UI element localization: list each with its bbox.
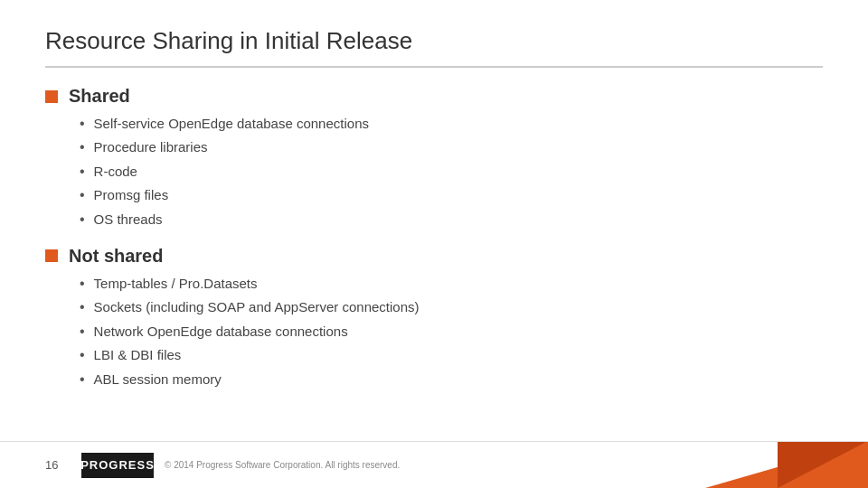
bullet-dot: • [80, 162, 85, 182]
list-item: • Self-service OpenEdge database connect… [80, 114, 823, 134]
bullet-dot: • [80, 185, 85, 205]
bullet-dot: • [80, 114, 85, 134]
item-text: Sockets (including SOAP and AppServer co… [94, 297, 420, 316]
list-item: • Network OpenEdge database connections [80, 322, 823, 342]
item-text: Network OpenEdge database connections [94, 322, 348, 341]
not-shared-bullet [45, 249, 58, 262]
copyright-text: © 2014 Progress Software Corporation. Al… [165, 460, 400, 470]
item-text: ABL session memory [94, 370, 222, 389]
item-text: LBI & DBI files [94, 345, 182, 364]
list-item: • Promsg files [80, 185, 823, 205]
footer: 16 PROGRESS © 2014 Progress Software Cor… [0, 441, 868, 488]
bullet-dot: • [80, 322, 85, 342]
item-text: Promsg files [94, 185, 169, 204]
bullet-dot: • [80, 297, 85, 317]
list-item: • Sockets (including SOAP and AppServer … [80, 297, 823, 317]
footer-logo: PROGRESS © 2014 Progress Software Corpor… [81, 453, 400, 478]
item-text: Procedure libraries [94, 137, 208, 156]
bullet-dot: • [80, 345, 85, 365]
bullet-dot: • [80, 210, 85, 230]
item-text: R-code [94, 162, 137, 181]
shared-list: • Self-service OpenEdge database connect… [80, 114, 823, 230]
slide: Resource Sharing in Initial Release Shar… [0, 0, 868, 488]
list-item: • OS threads [80, 210, 823, 230]
divider [45, 66, 823, 68]
item-text: OS threads [94, 210, 163, 229]
item-text: Temp-tables / Pro.Datasets [94, 274, 258, 293]
not-shared-list: • Temp-tables / Pro.Datasets • Sockets (… [80, 274, 823, 389]
bullet-dot: • [80, 274, 85, 294]
shared-section: Shared • Self-service OpenEdge database … [45, 86, 823, 230]
shared-bullet [45, 90, 58, 103]
logo-box: PROGRESS [81, 453, 154, 478]
page-number: 16 [45, 458, 63, 472]
list-item: • Procedure libraries [80, 137, 823, 157]
bullet-dot: • [80, 137, 85, 157]
shared-section-header: Shared [45, 86, 823, 107]
shared-title: Shared [69, 86, 130, 107]
item-text: Self-service OpenEdge database connectio… [94, 114, 369, 133]
not-shared-section: Not shared • Temp-tables / Pro.Datasets … [45, 246, 823, 389]
content-area: Resource Sharing in Initial Release Shar… [0, 0, 868, 441]
list-item: • Temp-tables / Pro.Datasets [80, 274, 823, 294]
bullet-dot: • [80, 370, 85, 389]
footer-triangle-dark-decoration [778, 441, 868, 488]
not-shared-section-header: Not shared [45, 246, 823, 267]
logo-text: PROGRESS [80, 458, 155, 472]
list-item: • ABL session memory [80, 370, 823, 389]
slide-title: Resource Sharing in Initial Release [45, 27, 823, 55]
list-item: • R-code [80, 162, 823, 182]
not-shared-title: Not shared [69, 246, 163, 267]
list-item: • LBI & DBI files [80, 345, 823, 365]
